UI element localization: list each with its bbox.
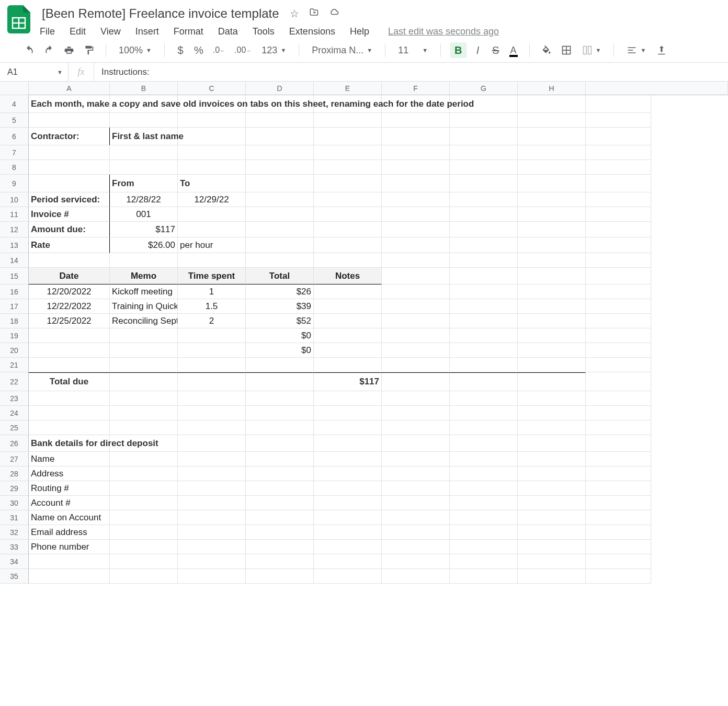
- cell-H5[interactable]: [518, 113, 586, 128]
- italic-button[interactable]: I: [472, 42, 484, 58]
- row-header-31[interactable]: 31: [0, 510, 29, 525]
- cell-H27[interactable]: [518, 452, 586, 466]
- cell-H34[interactable]: [518, 554, 586, 569]
- cell-A23[interactable]: [29, 391, 110, 406]
- cell-C15[interactable]: Time spent: [178, 268, 246, 284]
- cell-undefined6[interactable]: [586, 128, 651, 145]
- cell-B21[interactable]: [110, 358, 178, 372]
- cell-A5[interactable]: [29, 113, 110, 128]
- cell-A8[interactable]: [29, 160, 110, 175]
- cell-E18[interactable]: [314, 314, 382, 328]
- cell-B18[interactable]: Reconciling September: [110, 314, 178, 328]
- cell-A32[interactable]: Email address: [29, 525, 110, 540]
- cell-E33[interactable]: [314, 540, 382, 554]
- cell-E30[interactable]: [314, 496, 382, 510]
- cell-C29[interactable]: [178, 481, 246, 496]
- cell-C12[interactable]: [178, 222, 246, 237]
- format-percent-icon[interactable]: %: [192, 42, 206, 58]
- cell-G25[interactable]: [450, 420, 518, 435]
- cell-C31[interactable]: [178, 510, 246, 525]
- cell-undefined30[interactable]: [586, 496, 651, 510]
- cell-undefined9[interactable]: [586, 175, 651, 192]
- cell-C6[interactable]: [178, 128, 246, 145]
- cell-D16[interactable]: $26: [246, 284, 314, 299]
- row-header-21[interactable]: 21: [0, 358, 29, 372]
- cell-B9[interactable]: From: [110, 175, 178, 192]
- cell-G10[interactable]: [450, 192, 518, 207]
- cell-G14[interactable]: [450, 253, 518, 268]
- cell-F21[interactable]: [382, 358, 450, 372]
- cell-H19[interactable]: [518, 328, 586, 343]
- cell-G28[interactable]: [450, 466, 518, 481]
- cell-A17[interactable]: 12/22/2022: [29, 299, 110, 314]
- cell-B35[interactable]: [110, 569, 178, 584]
- cell-F13[interactable]: [382, 237, 450, 253]
- cell-G27[interactable]: [450, 452, 518, 466]
- cell-undefined4[interactable]: [586, 95, 651, 113]
- cell-B14[interactable]: [110, 253, 178, 268]
- cell-undefined16[interactable]: [586, 284, 651, 299]
- cell-F18[interactable]: [382, 314, 450, 328]
- row-header-8[interactable]: 8: [0, 160, 29, 175]
- cell-B12[interactable]: $117: [110, 222, 178, 237]
- cell-F22[interactable]: [382, 372, 450, 391]
- cell-A35[interactable]: [29, 569, 110, 584]
- cell-D26[interactable]: [246, 435, 314, 452]
- row-header-9[interactable]: 9: [0, 175, 29, 192]
- formula-input[interactable]: [94, 66, 728, 78]
- cell-H13[interactable]: [518, 237, 586, 253]
- row-header-22[interactable]: 22: [0, 372, 29, 391]
- cell-G18[interactable]: [450, 314, 518, 328]
- cell-G34[interactable]: [450, 554, 518, 569]
- cell-D14[interactable]: [246, 253, 314, 268]
- bold-button[interactable]: B: [450, 42, 466, 58]
- cell-F25[interactable]: [382, 420, 450, 435]
- cell-A12[interactable]: Amount due:: [29, 222, 110, 237]
- cell-G5[interactable]: [450, 113, 518, 128]
- vertical-align-icon[interactable]: [654, 42, 669, 58]
- cell-F10[interactable]: [382, 192, 450, 207]
- row-header-10[interactable]: 10: [0, 192, 29, 207]
- cell-E10[interactable]: [314, 192, 382, 207]
- cell-E27[interactable]: [314, 452, 382, 466]
- menu-data[interactable]: Data: [218, 26, 238, 37]
- cell-A27[interactable]: Name: [29, 452, 110, 466]
- cell-G9[interactable]: [450, 175, 518, 192]
- cell-A26[interactable]: Bank details for direct deposit: [29, 435, 110, 452]
- row-header-17[interactable]: 17: [0, 299, 29, 314]
- cell-D19[interactable]: $0: [246, 328, 314, 343]
- cell-E35[interactable]: [314, 569, 382, 584]
- cell-C25[interactable]: [178, 420, 246, 435]
- cell-A22[interactable]: Total due: [29, 372, 110, 391]
- column-header-H[interactable]: H: [518, 82, 586, 95]
- cell-C16[interactable]: 1: [178, 284, 246, 299]
- row-header-23[interactable]: 23: [0, 391, 29, 406]
- cell-H33[interactable]: [518, 540, 586, 554]
- cell-E17[interactable]: [314, 299, 382, 314]
- cell-F17[interactable]: [382, 299, 450, 314]
- cell-G20[interactable]: [450, 343, 518, 358]
- cell-F23[interactable]: [382, 391, 450, 406]
- cell-H35[interactable]: [518, 569, 586, 584]
- cell-H22[interactable]: [518, 372, 586, 391]
- cell-C21[interactable]: [178, 358, 246, 372]
- cell-F12[interactable]: [382, 222, 450, 237]
- cell-G16[interactable]: [450, 284, 518, 299]
- cell-C7[interactable]: [178, 145, 246, 160]
- cell-G7[interactable]: [450, 145, 518, 160]
- cell-undefined33[interactable]: [586, 540, 651, 554]
- cell-G22[interactable]: [450, 372, 518, 391]
- undo-icon[interactable]: [22, 42, 37, 58]
- cell-F24[interactable]: [382, 406, 450, 420]
- cell-E32[interactable]: [314, 525, 382, 540]
- row-header-26[interactable]: 26: [0, 435, 29, 452]
- cell-H23[interactable]: [518, 391, 586, 406]
- cell-F26[interactable]: [382, 435, 450, 452]
- cell-D34[interactable]: [246, 554, 314, 569]
- cell-F32[interactable]: [382, 525, 450, 540]
- row-header-15[interactable]: 15: [0, 268, 29, 284]
- cell-E28[interactable]: [314, 466, 382, 481]
- cell-C9[interactable]: To: [178, 175, 246, 192]
- cell-B28[interactable]: [110, 466, 178, 481]
- format-currency-icon[interactable]: $: [174, 42, 187, 58]
